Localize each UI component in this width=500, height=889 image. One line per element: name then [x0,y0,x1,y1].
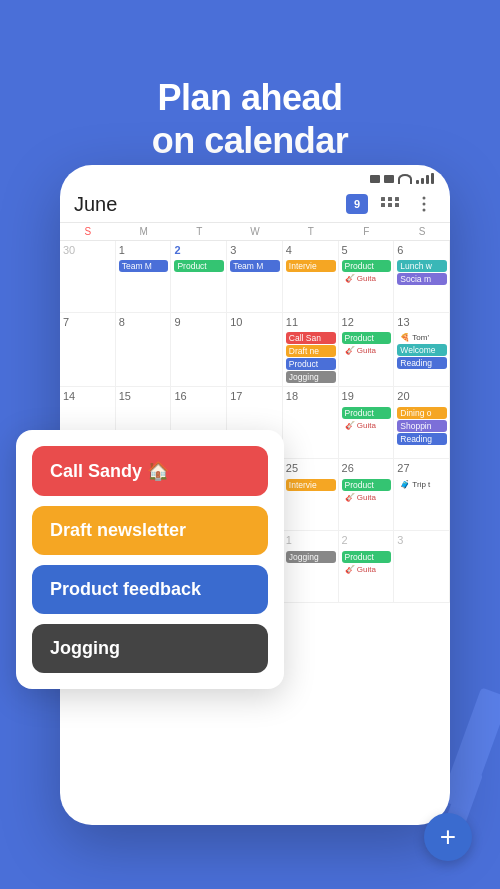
day-cell-today[interactable]: 11Call SanDraft neProductJogging [283,313,339,387]
header-line1: Plan ahead [0,76,500,119]
day-cell[interactable]: 25Intervie [283,459,339,531]
popup-item-draft-newsletter[interactable]: Draft newsletter [32,506,268,555]
day-cell[interactable]: 10 [227,313,283,387]
day-cell[interactable]: 20Dining oShoppinReading [394,387,450,459]
dow-tuesday: T [171,226,227,237]
day-cell[interactable]: 8 [116,313,172,387]
dow-friday: F [339,226,395,237]
calendar-badge[interactable]: 9 [346,194,368,214]
popup-card: Call Sandy 🏠 Draft newsletter Product fe… [16,430,284,689]
popup-item-label: Product feedback [50,579,201,600]
fab-add-button[interactable]: + [424,813,472,861]
dow-wednesday: W [227,226,283,237]
day-cell[interactable]: 3 [394,531,450,603]
day-cell[interactable]: 26Product🎸 Guita [339,459,395,531]
more-icon[interactable] [412,192,436,216]
day-cell[interactable]: 13🍕 Tom'WelcomeReading [394,313,450,387]
svg-point-8 [423,209,426,212]
day-cell[interactable]: 30 [60,241,116,313]
grid-view-icon[interactable] [378,192,402,216]
day-cell[interactable]: 5Product🎸 Guita [339,241,395,313]
battery-icon2 [384,175,394,183]
day-cell[interactable]: 2Product [171,241,227,313]
day-of-week-row: S M T W T F S [60,222,450,241]
svg-rect-3 [381,203,385,207]
day-cell[interactable]: 1Team M [116,241,172,313]
svg-rect-2 [395,197,399,201]
popup-item-label: Call Sandy 🏠 [50,460,169,482]
day-cell[interactable]: 18 [283,387,339,459]
header: Plan ahead on calendar [0,0,500,162]
svg-rect-4 [388,203,392,207]
popup-item-label: Jogging [50,638,120,659]
svg-point-6 [423,197,426,200]
calendar-header: June 9 [60,188,450,222]
day-cell[interactable]: 27🧳 Trip t [394,459,450,531]
calendar-month: June [74,193,117,216]
day-cell[interactable]: 6Lunch wSocia m [394,241,450,313]
popup-item-jogging[interactable]: Jogging [32,624,268,673]
battery-icon [370,175,380,183]
fab-icon: + [440,821,456,853]
popup-item-product-feedback[interactable]: Product feedback [32,565,268,614]
svg-rect-1 [388,197,392,201]
dow-thursday: T [283,226,339,237]
calendar-actions: 9 [346,192,436,216]
day-cell[interactable]: 4Intervie [283,241,339,313]
day-cell[interactable]: 12Product🎸 Guita [339,313,395,387]
popup-item-label: Draft newsletter [50,520,186,541]
dow-monday: M [116,226,172,237]
dow-saturday: S [394,226,450,237]
popup-item-call-sandy[interactable]: Call Sandy 🏠 [32,446,268,496]
day-cell[interactable]: 1Jogging [283,531,339,603]
svg-point-7 [423,203,426,206]
day-cell[interactable]: 3Team M [227,241,283,313]
day-cell[interactable]: 7 [60,313,116,387]
status-bar [60,165,450,188]
header-line2: on calendar [0,119,500,162]
wifi-icon [398,174,412,184]
day-cell[interactable]: 19Product🎸 Guita [339,387,395,459]
dow-sunday: S [60,226,116,237]
day-cell[interactable]: 2Product🎸 Guita [339,531,395,603]
signal-icon [416,173,434,184]
day-cell[interactable]: 9 [171,313,227,387]
svg-rect-5 [395,203,399,207]
svg-rect-0 [381,197,385,201]
